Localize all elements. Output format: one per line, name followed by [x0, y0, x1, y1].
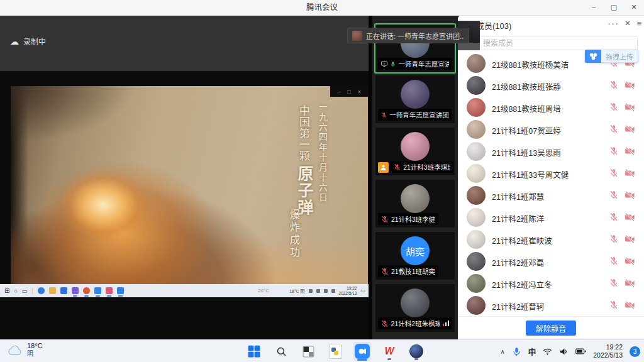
member-row[interactable]: 21计科1班13吴思雨: [458, 141, 644, 163]
task-view-button[interactable]: [299, 342, 317, 361]
shared-weather-widget: 20°C: [258, 288, 269, 293]
member-row[interactable]: 21计科1班07贺亚婷: [458, 119, 644, 141]
camera-off-icon: [625, 191, 635, 199]
shared-taskview-icon: ▭: [22, 288, 28, 294]
weather-widget[interactable]: 18°C 阴: [8, 342, 43, 358]
mic-off-icon: [609, 124, 618, 133]
drag-upload-widget[interactable]: 拖拽上传: [585, 50, 638, 63]
camera-off-icon: [625, 169, 635, 177]
member-row[interactable]: 21计科2班陈洋: [458, 207, 644, 229]
ime-indicator[interactable]: 中: [528, 346, 536, 358]
member-row[interactable]: 21计科2班冯立冬: [458, 273, 644, 295]
tencent-meeting-taskbar-button[interactable]: [353, 342, 371, 361]
shared-notification-icon: ▭: [360, 288, 365, 293]
camera-off-icon: [625, 301, 635, 309]
speaker-avatar: [352, 31, 362, 41]
taskbar-search-button[interactable]: [272, 342, 290, 361]
member-name: 21计科1班07贺亚婷: [492, 124, 561, 136]
participant-name: 21计科3班李健: [391, 214, 435, 224]
weather-temp: 18°C: [27, 342, 43, 350]
member-row[interactable]: 21计科1班33号周文健: [458, 163, 644, 185]
video-tile[interactable]: 21计科3班李琪瑷: [375, 128, 455, 175]
member-row[interactable]: 21计科1班郑慧: [458, 185, 644, 207]
member-avatar: [467, 76, 486, 95]
restore-button[interactable]: ▢: [604, 0, 624, 15]
meeting-stage-background: ☁ 录制中: [0, 15, 372, 71]
video-tile[interactable]: 21计科3班李健: [375, 180, 455, 228]
recording-label: 录制中: [23, 36, 46, 47]
member-row[interactable]: 21计科2班崔映波: [458, 229, 644, 251]
volume-icon[interactable]: [559, 348, 569, 356]
member-row[interactable]: 21计科2班晋轲: [458, 295, 644, 317]
camera-off-icon: [625, 125, 635, 133]
member-avatar: [467, 296, 486, 315]
video-tile[interactable]: 一师青年志愿宣讲团计算...: [375, 75, 455, 123]
camera-off-icon: [625, 235, 635, 243]
video-close-icon: ×: [358, 89, 361, 95]
member-row[interactable]: 21计科2班邓磊: [458, 251, 644, 273]
mic-off-icon: [609, 234, 618, 243]
camera-off-icon: [625, 81, 635, 89]
participant-avatar: [401, 288, 430, 317]
member-name: 21级881教技班周培: [492, 102, 561, 114]
member-avatar: [467, 252, 486, 271]
video-tile[interactable]: 21计科2班朱枫琳: [375, 284, 455, 332]
unmute-button[interactable]: 解除静音: [526, 321, 576, 336]
member-avatar: [467, 120, 486, 139]
member-name: 21计科1班郑慧: [492, 190, 544, 202]
camera-off-icon: [625, 103, 635, 111]
member-row[interactable]: 21级881教技班张静: [458, 75, 644, 97]
member-row[interactable]: 21级881教技班周培: [458, 97, 644, 119]
shared-tray-icon: [331, 289, 335, 293]
start-button[interactable]: [245, 342, 263, 361]
member-search-box[interactable]: [464, 36, 638, 50]
members-title: 成员(103): [476, 19, 511, 31]
cloud-weather-icon: [8, 344, 23, 356]
meeting-main-area: ☁ 录制中 – □ × 一九六四年十月十六日 中国第一颗原子弹 爆炸成功: [0, 15, 644, 339]
wps-icon: W: [384, 346, 394, 357]
shared-tray-icon: [309, 289, 313, 293]
shared-mail-icon: [60, 287, 67, 294]
browser-app-button[interactable]: [408, 342, 425, 361]
globe-app-icon: [409, 344, 423, 358]
shared-meeting-app-icon: [117, 287, 124, 294]
camera-off-icon: [625, 279, 635, 287]
taskbar-app-icons: W: [245, 340, 425, 362]
panel-menu-icon[interactable]: ≡: [636, 19, 641, 28]
tray-overflow-chevron-icon[interactable]: ∧: [500, 348, 504, 355]
python-file-button[interactable]: [326, 342, 344, 361]
video-caption-title: 中国第一颗原子弹: [292, 105, 315, 216]
taskbar-clock[interactable]: 19:22 2022/5/13: [593, 343, 623, 359]
wifi-icon[interactable]: [543, 348, 552, 356]
member-name: 21级881教技班杨美洁: [492, 58, 569, 70]
participant-avatar: 胡奕: [401, 236, 430, 265]
member-avatar: [467, 164, 486, 183]
camera-off-icon: [625, 147, 635, 155]
shared-tray-icon: [324, 289, 328, 293]
member-name: 21计科1班33号周文健: [492, 168, 569, 180]
host-role-badge: [378, 162, 389, 173]
shared-search-icon: ○: [14, 288, 17, 294]
battery-icon[interactable]: [575, 348, 586, 354]
clock-time: 19:22: [593, 343, 623, 351]
member-avatar: [467, 54, 486, 73]
search-input[interactable]: [482, 38, 610, 48]
close-button[interactable]: ✕: [624, 0, 644, 15]
mic-off-icon: [609, 278, 618, 287]
participant-name: 21教技1班胡奕: [391, 266, 435, 276]
video-tile[interactable]: 胡奕 21教技1班胡奕: [375, 232, 455, 280]
members-panel: 成员(103) ··· ✕ ≡ 拖拽上传 21级881教技班杨美洁: [458, 15, 644, 339]
wps-office-button[interactable]: W: [380, 342, 398, 361]
tray-mic-icon[interactable]: [512, 347, 521, 356]
mic-off-icon: [609, 300, 618, 309]
weak-signal-icon: [443, 321, 450, 326]
notification-badge[interactable]: 3: [630, 346, 640, 357]
shared-desktop: – □ × 一九六四年十月十六日 中国第一颗原子弹 爆炸成功 ⊞ ○ ▭ |: [0, 71, 372, 339]
more-options-icon[interactable]: ···: [608, 18, 619, 28]
participant-avatar: [401, 132, 430, 161]
mic-off-icon: [609, 168, 618, 177]
members-panel-footer: 解除静音: [458, 316, 644, 339]
minimize-button[interactable]: –: [584, 0, 604, 15]
panel-close-icon[interactable]: ✕: [625, 19, 631, 28]
speaking-toast: 正在讲话: 一师青年志愿宣讲团...: [347, 28, 469, 43]
